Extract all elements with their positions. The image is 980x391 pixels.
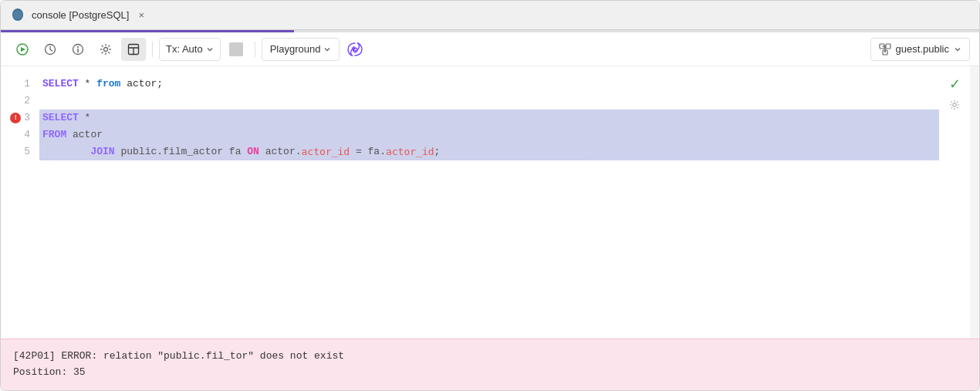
- line-number-2: 2: [24, 93, 30, 110]
- error-indicator: !: [10, 113, 21, 123]
- playground-label: Playground: [270, 43, 321, 55]
- line-numbers: 1 2 ! 3 4 5: [1, 66, 39, 339]
- main-content: 1 2 ! 3 4 5 SELECT: [1, 66, 979, 390]
- ai-swirl-icon: [346, 41, 363, 58]
- history-icon: [44, 43, 56, 56]
- error-panel: [42P01] ERROR: relation "public.fil_tor"…: [1, 339, 979, 390]
- line-number-4: 4: [24, 126, 30, 143]
- svg-marker-3: [21, 47, 25, 52]
- main-window: console [PostgreSQL] ×: [0, 0, 980, 391]
- title-bar: console [PostgreSQL] ×: [1, 1, 979, 30]
- tx-dropdown[interactable]: Tx: Auto: [159, 38, 221, 61]
- toolbar-divider-2: [255, 42, 255, 57]
- toolbar: Tx: Auto Playground: [1, 32, 979, 66]
- code-editor[interactable]: SELECT * from actor; SELECT * FROM actor: [39, 66, 939, 339]
- playground-dropdown[interactable]: Playground: [262, 38, 340, 61]
- explain-icon: [72, 43, 84, 56]
- chevron-down-icon: [206, 46, 214, 53]
- gear-icon: [949, 99, 960, 110]
- stop-icon: [229, 42, 243, 56]
- settings-icon: [100, 43, 112, 56]
- explain-button[interactable]: [66, 38, 90, 61]
- svg-rect-13: [886, 44, 890, 49]
- close-button[interactable]: ×: [138, 9, 144, 21]
- scrollbar-track[interactable]: [970, 66, 979, 339]
- chevron-down-icon-3: [954, 46, 961, 53]
- schema-label: guest.public: [896, 43, 949, 55]
- right-gutter: ✓: [939, 66, 970, 339]
- chevron-down-icon-2: [323, 46, 331, 53]
- svg-point-18: [953, 103, 956, 106]
- code-line-1: SELECT * from actor;: [39, 76, 939, 93]
- code-line-4: FROM actor: [39, 126, 939, 143]
- layout-button[interactable]: [121, 38, 146, 61]
- svg-point-8: [104, 47, 108, 51]
- code-line-2: [39, 93, 939, 110]
- line-number-3: ! 3: [10, 110, 30, 126]
- layout-icon: [127, 43, 140, 56]
- window-title: console [PostgreSQL]: [32, 9, 129, 21]
- schema-icon: [879, 43, 891, 56]
- run-button[interactable]: [10, 38, 35, 61]
- toolbar-divider-1: [152, 42, 153, 57]
- code-line-3: SELECT *: [39, 110, 939, 126]
- postgres-icon: [10, 8, 25, 23]
- line-number-1: 1: [24, 76, 30, 93]
- error-line-1: [42P01] ERROR: relation "public.fil_tor"…: [13, 349, 967, 365]
- editor-area[interactable]: 1 2 ! 3 4 5 SELECT: [1, 66, 979, 339]
- settings-button[interactable]: [93, 38, 118, 61]
- code-line-5: JOIN public.film_actor fa ON actor. acto…: [39, 143, 939, 160]
- svg-point-6: [77, 46, 79, 48]
- line-number-5: 5: [24, 143, 30, 160]
- schema-selector[interactable]: guest.public: [870, 38, 970, 61]
- editor-settings-button[interactable]: [945, 96, 964, 114]
- run-icon: [16, 43, 29, 56]
- error-line-2: Position: 35: [13, 365, 967, 381]
- stop-button[interactable]: [224, 38, 248, 61]
- svg-point-1: [14, 10, 22, 19]
- history-button[interactable]: [38, 38, 63, 61]
- ai-button[interactable]: [343, 38, 367, 61]
- tx-label: Tx: Auto: [166, 43, 203, 55]
- check-icon: ✓: [949, 76, 961, 93]
